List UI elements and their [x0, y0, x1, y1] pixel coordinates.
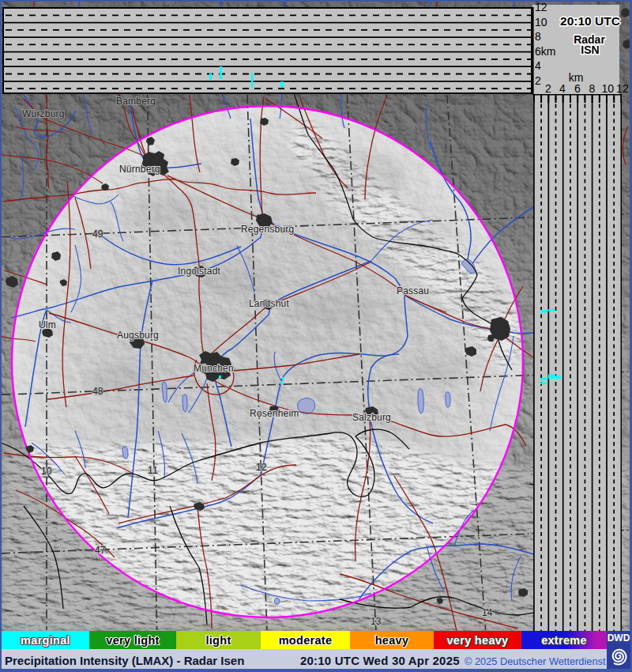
svg-text:12: 12	[616, 82, 629, 95]
svg-text:ISN: ISN	[581, 43, 599, 56]
svg-text:München: München	[194, 363, 234, 374]
svg-text:4: 4	[535, 59, 541, 72]
svg-text:Augsburg: Augsburg	[117, 330, 159, 341]
svg-text:Regensburg: Regensburg	[241, 224, 294, 235]
svg-text:4: 4	[559, 82, 566, 95]
svg-text:12: 12	[256, 462, 267, 473]
svg-text:10: 10	[535, 16, 547, 28]
svg-text:Landshut: Landshut	[249, 298, 289, 309]
svg-text:8: 8	[589, 82, 595, 95]
svg-text:48: 48	[92, 386, 103, 397]
svg-text:47: 47	[95, 545, 106, 556]
svg-text:49: 49	[92, 228, 103, 240]
svg-text:8: 8	[535, 30, 541, 43]
svg-text:Salzburg: Salzburg	[352, 412, 391, 423]
svg-text:Nürnberg: Nürnberg	[119, 164, 160, 175]
svg-text:Passau: Passau	[397, 285, 429, 296]
svg-text:6km: 6km	[535, 45, 555, 58]
svg-text:Würzburg: Würzburg	[22, 108, 65, 119]
svg-text:2: 2	[545, 82, 551, 95]
svg-text:13: 13	[371, 616, 382, 627]
svg-text:2: 2	[535, 74, 541, 87]
svg-text:Ingolstadt: Ingolstadt	[178, 266, 221, 277]
svg-text:14: 14	[482, 607, 493, 618]
svg-text:6: 6	[574, 82, 581, 95]
svg-text:11: 11	[148, 465, 158, 476]
svg-text:Ulm: Ulm	[39, 319, 56, 330]
svg-text:10: 10	[601, 82, 614, 95]
svg-text:Rosenheim: Rosenheim	[250, 408, 299, 419]
svg-text:12: 12	[535, 1, 547, 13]
svg-text:20:10 UTC: 20:10 UTC	[560, 14, 620, 28]
svg-text:10: 10	[41, 466, 52, 477]
svg-text:Bamberg: Bamberg	[116, 96, 156, 107]
